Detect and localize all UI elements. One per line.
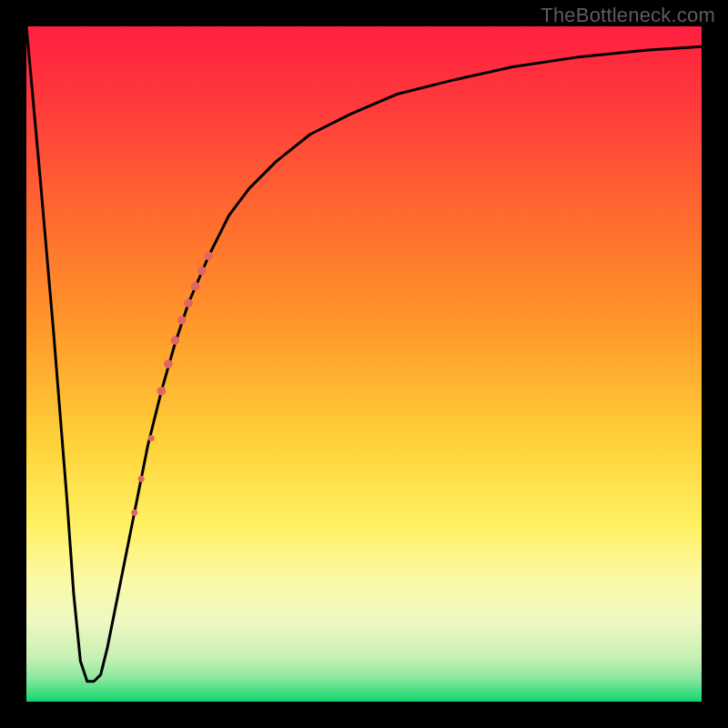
marker-dot	[205, 251, 214, 260]
marker-dot	[164, 359, 173, 369]
highlighted-points	[131, 251, 213, 515]
marker-dot	[184, 298, 193, 308]
marker-dot	[131, 510, 137, 516]
marker-dot	[170, 336, 179, 345]
marker-dot	[148, 435, 155, 441]
marker-dot	[177, 316, 187, 325]
watermark-text: TheBottleneck.com	[541, 4, 715, 27]
bottleneck-curve	[26, 26, 702, 682]
chart-frame: TheBottleneck.com	[0, 0, 728, 728]
marker-dot	[191, 282, 200, 291]
marker-dot	[157, 387, 167, 396]
marker-dot	[197, 267, 207, 276]
marker-dot	[138, 476, 145, 482]
plot-area	[26, 26, 702, 702]
curve-layer	[26, 26, 702, 702]
